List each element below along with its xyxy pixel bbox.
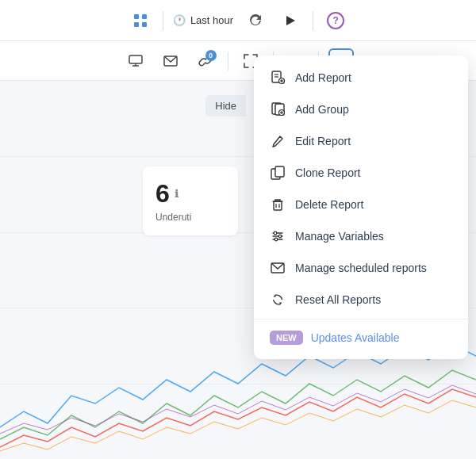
refresh-icon bbox=[249, 14, 262, 27]
stats-label: Underuti bbox=[155, 212, 225, 223]
grid-icon-button[interactable] bbox=[128, 8, 153, 33]
divider-2 bbox=[313, 11, 313, 30]
divider-1 bbox=[163, 11, 163, 30]
svg-rect-2 bbox=[134, 22, 139, 27]
edit-report-icon bbox=[270, 133, 286, 149]
add-group-icon bbox=[270, 101, 286, 117]
hide-label: Hide bbox=[215, 100, 236, 112]
manage-scheduled-icon bbox=[270, 260, 286, 276]
clone-report-icon bbox=[270, 165, 286, 181]
info-icon[interactable]: ℹ bbox=[175, 188, 178, 200]
clock-icon: 🕐 bbox=[173, 14, 186, 26]
divider-3 bbox=[228, 52, 228, 71]
stats-card: 6 ℹ Underuti bbox=[143, 166, 238, 235]
new-badge: NEW bbox=[270, 331, 303, 345]
menu-label-add-report: Add Report bbox=[295, 71, 351, 84]
reset-all-icon bbox=[270, 292, 286, 308]
svg-marker-4 bbox=[286, 16, 295, 25]
manage-variables-icon bbox=[270, 228, 286, 244]
grid-icon bbox=[133, 13, 148, 28]
add-report-icon bbox=[270, 70, 286, 86]
svg-point-33 bbox=[278, 235, 282, 238]
mail-icon bbox=[163, 55, 178, 67]
menu-item-add-report[interactable]: Add Report bbox=[254, 62, 468, 94]
svg-point-34 bbox=[274, 238, 278, 241]
menu-item-manage-scheduled[interactable]: Manage scheduled reports bbox=[254, 252, 468, 284]
mail-button[interactable] bbox=[158, 48, 183, 74]
monitor-button[interactable] bbox=[123, 48, 148, 74]
monitor-icon bbox=[129, 55, 143, 67]
link-badge: 0 bbox=[205, 50, 217, 61]
menu-label-reset-all: Reset All Reports bbox=[295, 293, 381, 306]
hide-button[interactable]: Hide bbox=[205, 95, 246, 117]
link-button[interactable]: 0 bbox=[193, 48, 218, 74]
svg-point-32 bbox=[274, 231, 277, 235]
dropdown-menu: Add Report Add Group Edit Report bbox=[254, 55, 468, 359]
menu-label-delete-report: Delete Report bbox=[295, 198, 363, 211]
updates-label: Updates Available bbox=[311, 331, 400, 344]
menu-label-clone-report: Clone Report bbox=[295, 166, 361, 179]
time-label: Last hour bbox=[190, 14, 233, 26]
help-icon: ? bbox=[327, 12, 344, 29]
main-toolbar: 🕐 Last hour ? bbox=[0, 0, 476, 41]
menu-label-add-group: Add Group bbox=[295, 103, 349, 116]
menu-item-add-group[interactable]: Add Group bbox=[254, 94, 468, 125]
delete-report-icon bbox=[270, 197, 286, 212]
menu-label-manage-variables: Manage Variables bbox=[295, 230, 384, 243]
svg-rect-1 bbox=[142, 14, 147, 19]
refresh-button[interactable] bbox=[243, 8, 268, 33]
play-icon bbox=[285, 15, 296, 26]
menu-divider bbox=[254, 319, 468, 319]
svg-rect-26 bbox=[274, 201, 282, 210]
svg-rect-5 bbox=[129, 55, 142, 63]
menu-item-manage-variables[interactable]: Manage Variables bbox=[254, 220, 468, 252]
play-button[interactable] bbox=[278, 8, 303, 33]
help-button[interactable]: ? bbox=[323, 8, 348, 33]
menu-item-edit-report[interactable]: Edit Report bbox=[254, 125, 468, 157]
menu-label-manage-scheduled: Manage scheduled reports bbox=[295, 262, 427, 274]
menu-label-edit-report: Edit Report bbox=[295, 135, 351, 147]
menu-item-updates[interactable]: NEW Updates Available bbox=[254, 323, 468, 353]
menu-item-clone-report[interactable]: Clone Report bbox=[254, 157, 468, 189]
time-selector[interactable]: 🕐 Last hour bbox=[173, 14, 233, 26]
svg-rect-3 bbox=[142, 22, 147, 27]
menu-item-delete-report[interactable]: Delete Report bbox=[254, 189, 468, 220]
svg-rect-0 bbox=[134, 14, 139, 19]
menu-item-reset-all[interactable]: Reset All Reports bbox=[254, 284, 468, 316]
stats-number-row: 6 ℹ bbox=[155, 179, 225, 208]
svg-rect-25 bbox=[275, 166, 284, 177]
stats-value: 6 bbox=[155, 179, 170, 208]
